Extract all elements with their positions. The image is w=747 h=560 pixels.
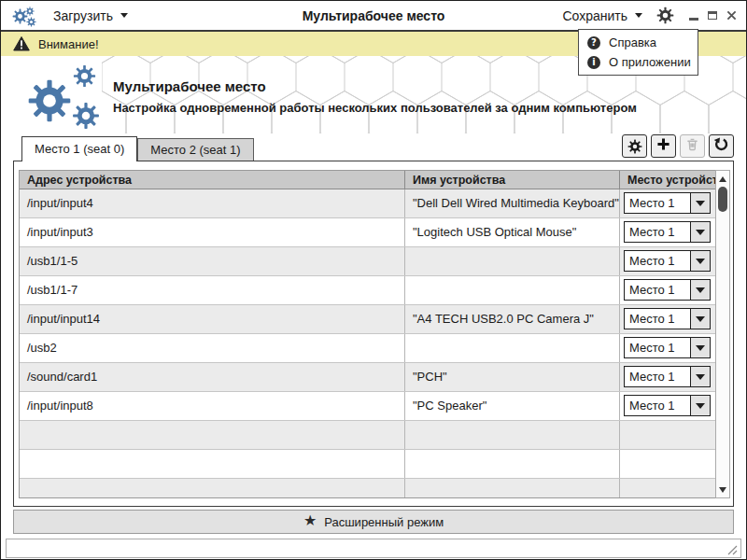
seat-select-value: Место 1 — [625, 251, 690, 271]
seat-select[interactable]: Место 1 — [624, 221, 711, 243]
resize-grip[interactable] — [726, 543, 738, 555]
device-address-cell: /input/input3 — [20, 218, 405, 246]
seat-select[interactable]: Место 1 — [624, 279, 711, 301]
chevron-down-icon — [690, 309, 710, 329]
seat-select[interactable]: Место 1 — [624, 395, 711, 416]
scrollbar-thumb[interactable] — [718, 187, 727, 212]
device-name-cell: "A4 TECH USB2.0 PC Camera J" — [405, 305, 620, 333]
chevron-down-icon — [690, 222, 710, 242]
column-header-name: Имя устройства — [405, 171, 620, 189]
gear-icon — [627, 139, 642, 154]
chevron-down-icon — [690, 396, 710, 415]
star-icon: ★ — [303, 513, 317, 528]
delete-button[interactable] — [680, 134, 705, 158]
device-seat-cell: Место 1 — [620, 247, 718, 275]
table-row — [20, 450, 718, 479]
save-menu-button[interactable]: Сохранить — [562, 8, 642, 23]
reset-button[interactable] — [709, 134, 734, 158]
undo-icon — [713, 136, 729, 156]
device-name-cell — [405, 421, 620, 449]
device-seat-cell: Место 1 — [620, 189, 718, 217]
seat-select-value: Место 1 — [625, 222, 690, 242]
device-seat-cell: Место 1 — [620, 363, 718, 391]
table-body: /input/input4"Dell Dell Wired Multimedia… — [20, 189, 718, 498]
menu-item-about[interactable]: i О приложении — [579, 52, 698, 72]
vertical-scrollbar[interactable] — [715, 170, 730, 498]
device-name-cell: "PCH" — [405, 363, 620, 391]
app-window: Загрузить Мультирабочее место Сохранить … — [0, 0, 747, 560]
seat-select[interactable]: Место 1 — [624, 366, 711, 387]
seat-select[interactable]: Место 1 — [624, 337, 711, 358]
chevron-down-icon — [719, 487, 726, 493]
chevron-down-icon — [690, 251, 710, 271]
device-seat-cell — [620, 450, 718, 478]
help-icon: ? — [587, 36, 600, 49]
seat-select-value: Место 1 — [625, 309, 690, 329]
gear-icon — [25, 3, 35, 12]
seat-select-value: Место 1 — [625, 280, 690, 300]
minimize-button[interactable] — [688, 9, 699, 22]
tab-seat-1[interactable]: Место 2 (seat 1) — [137, 138, 253, 161]
scroll-down-button[interactable] — [716, 483, 729, 497]
seat-select-value: Место 1 — [625, 396, 690, 415]
gear-icon — [73, 64, 96, 88]
column-header-seat: Место устройства — [620, 171, 718, 189]
minimize-icon — [689, 18, 698, 21]
device-address-cell: /sound/card1 — [20, 363, 405, 391]
status-bar — [6, 539, 741, 558]
chevron-down-icon — [635, 13, 642, 18]
scroll-up-button[interactable] — [716, 172, 729, 186]
gear-icon — [72, 102, 100, 130]
device-seat-cell — [620, 421, 718, 449]
app-menu-popup: ? Справка i О приложении — [578, 29, 698, 76]
seat-select[interactable]: Место 1 — [624, 308, 711, 329]
add-button[interactable] — [651, 134, 676, 158]
seat-select-value: Место 1 — [625, 367, 690, 386]
chevron-down-icon — [120, 13, 128, 18]
device-name-cell: "PC Speaker" — [405, 392, 620, 420]
settings-button[interactable] — [622, 134, 647, 158]
chevron-up-icon — [719, 176, 726, 182]
seat-select[interactable]: Место 1 — [624, 192, 711, 214]
advanced-mode-button[interactable]: ★ Расширенный режим — [13, 510, 734, 534]
table-row — [20, 479, 718, 498]
load-menu-label: Загрузить — [53, 8, 113, 23]
table-row: /input/input14"A4 TECH USB2.0 PC Camera … — [20, 305, 718, 334]
table-row: /sound/card1"PCH"Место 1 — [20, 363, 718, 392]
gear-icon — [27, 78, 72, 123]
device-seat-cell: Место 1 — [620, 392, 718, 420]
table-row: /usb2Место 1 — [20, 334, 718, 363]
trash-icon — [685, 137, 699, 155]
maximize-icon — [708, 11, 717, 20]
page-title: Мультирабочее место — [113, 78, 637, 94]
tab-label: Место 2 (seat 1) — [150, 143, 240, 157]
settings-gear-button[interactable] — [656, 7, 674, 24]
device-address-cell: /input/input14 — [20, 305, 405, 333]
table-row: /usb1/1-7Место 1 — [20, 276, 718, 305]
device-seat-cell: Место 1 — [620, 305, 718, 333]
device-address-cell: /usb2 — [20, 334, 405, 362]
seat-select-value: Место 1 — [625, 193, 690, 213]
device-name-cell — [405, 479, 620, 498]
table-row: /input/input3"Logitech USB Optical Mouse… — [20, 218, 718, 247]
device-name-cell: "Dell Dell Wired Multimedia Keyboard" — [405, 189, 620, 217]
table-row: /usb1/1-5Место 1 — [20, 247, 718, 276]
page-subtitle: Настройка одновременной работы нескольки… — [113, 101, 637, 115]
close-button[interactable] — [726, 9, 737, 22]
device-address-cell: /input/input8 — [20, 392, 405, 420]
chevron-down-icon — [690, 367, 710, 386]
window-title: Мультирабочее место — [141, 8, 606, 23]
advanced-mode-label: Расширенный режим — [324, 515, 444, 529]
load-menu-button[interactable]: Загрузить — [53, 8, 128, 23]
tab-seat-0[interactable]: Место 1 (seat 0) — [21, 136, 137, 161]
table-row — [20, 421, 718, 450]
gear-icon — [26, 14, 36, 24]
title-bar: Загрузить Мультирабочее место Сохранить — [1, 1, 746, 32]
maximize-button[interactable] — [707, 9, 718, 22]
tab-content-frame: Адрес устройства Имя устройства Место ус… — [13, 161, 734, 507]
menu-item-label: О приложении — [609, 55, 691, 69]
menu-item-help[interactable]: ? Справка — [579, 33, 698, 52]
seat-select[interactable]: Место 1 — [624, 250, 711, 272]
device-seat-cell: Место 1 — [620, 276, 718, 304]
app-logo — [12, 3, 40, 28]
